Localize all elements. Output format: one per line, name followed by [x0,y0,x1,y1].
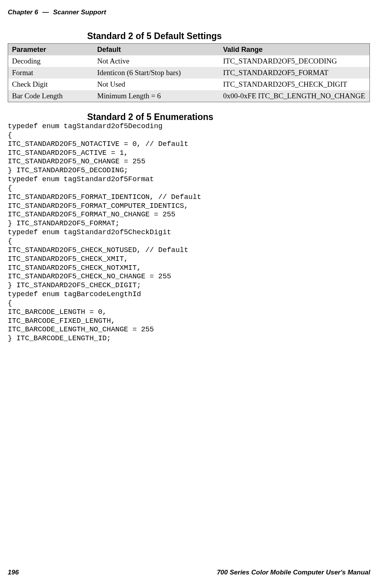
table-row: FormatIdenticon (6 Start/Stop bars)ITC_S… [8,67,370,79]
table-cell: ITC_STANDARD2OF5_DECODING [219,55,370,67]
separator: — [42,9,49,16]
col-default: Default [93,44,219,56]
table-body: DecodingNot ActiveITC_STANDARD2OF5_DECOD… [8,55,370,102]
table-head: Parameter Default Valid Range [8,44,370,56]
table-cell: Not Active [93,55,219,67]
table-cell: ITC_STANDARD2OF5_FORMAT [219,67,370,79]
col-valid-range: Valid Range [219,44,370,56]
chapter-label: Chapter 6 [8,9,38,16]
page-number: 196 [8,569,19,576]
code-block: typedef enum tagStandard2of5Decoding { I… [8,122,201,343]
page: Chapter 6 — Scanner Support Standard 2 o… [0,0,378,588]
table-cell: Not Used [93,79,219,90]
heading-enumerations: Standard 2 of 5 Enumerations [87,112,213,122]
section-title: Scanner Support [53,9,106,16]
table-row: DecodingNot ActiveITC_STANDARD2OF5_DECOD… [8,55,370,67]
table-cell: Decoding [8,55,94,67]
table-row: Bar Code LengthMinimum Length = 60x00-0x… [8,90,370,102]
manual-title: 700 Series Color Mobile Computer User's … [217,569,370,576]
table-cell: Format [8,67,94,79]
table-cell: Check Digit [8,79,94,90]
table-cell: 0x00-0xFE ITC_BC_LENGTH_NO_CHANGE [219,90,370,102]
running-header: Chapter 6 — Scanner Support [8,9,106,16]
table-cell: Minimum Length = 6 [93,90,219,102]
heading-default-settings: Standard 2 of 5 Default Settings [87,31,222,41]
settings-table: Parameter Default Valid Range DecodingNo… [8,43,370,102]
table-header-row: Parameter Default Valid Range [8,44,370,56]
table-cell: Bar Code Length [8,90,94,102]
table-cell: Identicon (6 Start/Stop bars) [93,67,219,79]
table-cell: ITC_STANDARD2OF5_CHECK_DIGIT [219,79,370,90]
col-parameter: Parameter [8,44,94,56]
settings-table-wrap: Parameter Default Valid Range DecodingNo… [8,43,370,102]
table-row: Check DigitNot UsedITC_STANDARD2OF5_CHEC… [8,79,370,90]
footer: 196 700 Series Color Mobile Computer Use… [8,569,370,576]
